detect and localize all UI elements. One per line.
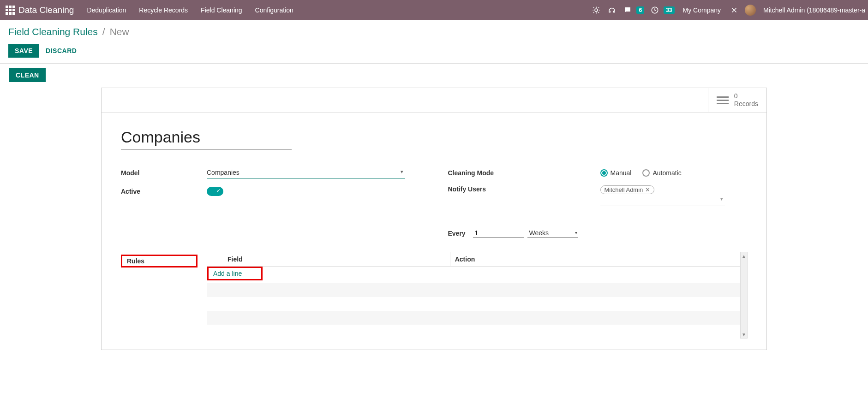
col-field[interactable]: Field: [207, 252, 450, 267]
label-active: Active: [121, 188, 207, 195]
rules-label-wrap: Rules: [121, 252, 207, 339]
sheet-header: 0 Records: [102, 88, 766, 113]
radio-manual[interactable]: Manual: [600, 169, 632, 177]
radio-automatic[interactable]: Automatic: [642, 169, 681, 177]
clean-button[interactable]: CLEAN: [9, 68, 46, 82]
table-row: [207, 325, 748, 339]
bug-icon[interactable]: [591, 5, 601, 15]
save-button[interactable]: SAVE: [8, 44, 39, 58]
list-icon: [717, 96, 729, 104]
label-notify-users: Notify Users: [448, 185, 600, 193]
rules-table: Field Action Add a line: [207, 252, 747, 339]
every-unit-select[interactable]: Weeks: [527, 228, 578, 238]
scroll-down-icon[interactable]: ▼: [741, 331, 747, 338]
right-column: Cleaning Mode Manual Automatic Notify Us…: [448, 167, 748, 238]
support-icon[interactable]: [607, 5, 617, 15]
rules-label: Rules: [121, 255, 198, 267]
breadcrumb-separator: /: [102, 26, 105, 37]
radio-dot-off: [642, 169, 650, 177]
stat-count: 0: [734, 92, 758, 100]
cleaning-mode-radios: Manual Automatic: [600, 169, 748, 177]
table-row: [207, 311, 748, 325]
add-line-link[interactable]: Add a line: [213, 270, 242, 277]
clock-icon[interactable]: [650, 5, 660, 15]
notify-users-dropdown[interactable]: [600, 197, 725, 206]
nav-deduplication[interactable]: Deduplication: [87, 6, 126, 14]
form-buttons-row: SAVE DISCARD: [0, 39, 868, 63]
breadcrumb: Field Cleaning Rules / New: [0, 20, 868, 39]
nav-field-cleaning[interactable]: Field Cleaning: [201, 6, 242, 14]
table-row: Add a line: [207, 267, 748, 284]
label-cleaning-mode: Cleaning Mode: [448, 169, 600, 177]
topbar: Data Cleaning Deduplication Recycle Reco…: [0, 0, 868, 20]
form-sheet: 0 Records Model Companies Active: [101, 88, 767, 350]
label-every: Every: [448, 230, 469, 237]
company-switcher[interactable]: My Company: [683, 6, 721, 14]
app-brand[interactable]: Data Cleaning: [18, 5, 74, 15]
table-row: [207, 283, 748, 297]
apps-icon[interactable]: [6, 6, 15, 15]
rules-section: Rules Field Action: [121, 252, 747, 339]
tag-label: Mitchell Admin: [605, 186, 643, 193]
records-stat-button[interactable]: 0 Records: [708, 88, 766, 112]
tag-remove-icon[interactable]: ✕: [645, 187, 650, 193]
action-buttons-row: CLEAN: [0, 63, 868, 88]
activities-badge: 33: [664, 6, 674, 14]
notify-user-tag[interactable]: Mitchell Admin ✕: [600, 185, 655, 194]
every-value-input[interactable]: [473, 228, 524, 238]
avatar[interactable]: [745, 5, 756, 16]
left-column: Model Companies Active: [121, 167, 420, 238]
user-label[interactable]: Mitchell Admin (18086489-master-a: [763, 6, 865, 14]
model-select[interactable]: Companies: [207, 168, 405, 178]
active-toggle[interactable]: [207, 187, 223, 196]
col-action[interactable]: Action: [450, 252, 738, 267]
nav-recycle-records[interactable]: Recycle Records: [139, 6, 188, 14]
nav-configuration[interactable]: Configuration: [255, 6, 293, 14]
table-scrollbar[interactable]: ▲ ▼: [740, 252, 748, 339]
topbar-right: 6 33 My Company Mitchell Admin (18086489…: [591, 5, 865, 16]
stat-label: Records: [734, 100, 758, 108]
messages-badge: 6: [636, 6, 644, 14]
scroll-up-icon[interactable]: ▲: [741, 252, 747, 260]
radio-dot-on: [600, 169, 608, 177]
svg-point-0: [595, 9, 598, 12]
breadcrumb-parent[interactable]: Field Cleaning Rules: [8, 26, 98, 37]
name-input[interactable]: [121, 128, 292, 149]
tools-icon[interactable]: [729, 5, 739, 15]
breadcrumb-current: New: [110, 26, 129, 37]
add-line-highlight: Add a line: [207, 267, 263, 280]
every-row: Every Weeks: [448, 228, 748, 238]
table-row: [207, 297, 748, 311]
discard-button[interactable]: DISCARD: [46, 47, 77, 54]
messages-icon[interactable]: [623, 5, 633, 15]
label-model: Model: [121, 169, 207, 177]
